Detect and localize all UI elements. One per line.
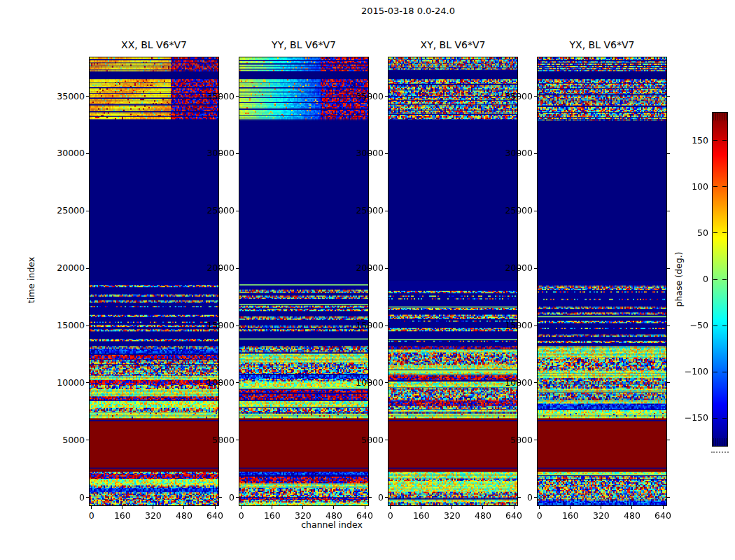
colorbar-tick-mark — [713, 326, 718, 326]
panel-title-yx: YX, BL V6*V7 — [538, 39, 666, 50]
x-tick-mark — [122, 506, 122, 509]
y-tick-label: 25000 — [498, 205, 533, 216]
x-tick-mark — [482, 506, 483, 509]
x-tick-mark — [390, 506, 391, 509]
y-tick-label: 0 — [349, 492, 384, 503]
x-tick-label: 480 — [318, 510, 349, 522]
y-axis-label: time index — [26, 257, 36, 303]
panel-title-yy: YY, BL V6*V7 — [239, 39, 368, 50]
y-tick-label: 35000 — [498, 91, 533, 102]
y-tick-mark — [86, 211, 89, 211]
y-tick-mark — [86, 497, 89, 498]
x-tick-label: 480 — [617, 510, 648, 522]
colorbar-tick-mark — [713, 186, 718, 187]
y-tick-mark — [385, 440, 388, 440]
y-tick-mark — [236, 326, 239, 326]
colorbar-tick-mark — [722, 140, 727, 141]
y-tick-label: 10000 — [498, 377, 533, 388]
colorbar-tick-mark — [722, 326, 727, 326]
x-tick-mark — [421, 506, 421, 509]
x-tick-label: 480 — [169, 510, 200, 522]
y-tick-mark — [385, 382, 388, 383]
y-tick-mark — [385, 268, 388, 269]
colorbar-tick-mark — [713, 232, 718, 233]
x-tick-label: 0 — [226, 510, 257, 522]
y-tick-mark — [86, 440, 89, 440]
colorbar-tick-mark — [713, 140, 718, 141]
y-tick-mark — [534, 96, 537, 97]
y-tick-mark — [236, 382, 239, 383]
colorbar-extend-dots — [711, 451, 729, 453]
y-tick-mark — [236, 440, 239, 440]
y-tick-mark — [236, 96, 239, 97]
colorbar-tick-mark — [713, 418, 718, 419]
colorbar-tick-mark — [722, 186, 727, 187]
y-tick-mark — [667, 153, 670, 154]
y-tick-label: 5000 — [50, 435, 85, 446]
x-tick-label: 160 — [257, 510, 288, 522]
y-tick-label: 5000 — [498, 435, 533, 446]
y-tick-label: 15000 — [498, 320, 533, 331]
y-tick-label: 30000 — [50, 148, 85, 159]
y-tick-mark — [534, 497, 537, 498]
x-tick-mark — [539, 506, 540, 509]
y-tick-label: 15000 — [50, 320, 85, 331]
x-tick-label: 640 — [349, 510, 380, 522]
colorbar-tick-label: −150 — [673, 412, 708, 424]
y-tick-mark — [385, 96, 388, 97]
y-tick-label: 35000 — [349, 91, 384, 102]
colorbar-tick-mark — [722, 232, 727, 233]
colorbar-tick-mark — [722, 372, 727, 372]
y-tick-mark — [667, 268, 670, 269]
y-tick-mark — [667, 211, 670, 211]
y-tick-mark — [534, 326, 537, 326]
x-tick-mark — [272, 506, 272, 509]
y-tick-label: 25000 — [50, 205, 85, 216]
y-tick-label: 15000 — [349, 320, 384, 331]
x-tick-label: 160 — [406, 510, 437, 522]
y-tick-mark — [86, 326, 89, 326]
panel-yx: YX, BL V6*V7 — [538, 57, 666, 505]
x-tick-mark — [215, 506, 216, 509]
y-tick-label: 15000 — [200, 320, 234, 331]
x-tick-label: 0 — [76, 510, 107, 522]
y-tick-mark — [385, 211, 388, 211]
colorbar-tick-mark — [713, 372, 718, 372]
y-tick-mark — [667, 96, 670, 97]
colorbar-tick-label: −100 — [673, 366, 708, 377]
x-tick-mark — [241, 506, 241, 509]
colorbar-tick-label: 150 — [673, 135, 708, 146]
x-tick-label: 640 — [648, 510, 678, 522]
colorbar-tick-mark — [713, 279, 718, 280]
x-tick-mark — [631, 506, 632, 509]
colorbar-tick-label: 50 — [673, 227, 708, 239]
x-tick-mark — [333, 506, 334, 509]
x-tick-mark — [153, 506, 153, 509]
y-tick-mark — [86, 382, 89, 383]
y-tick-mark — [667, 326, 670, 326]
y-tick-label: 20000 — [50, 262, 85, 274]
y-tick-label: 10000 — [50, 377, 85, 388]
y-tick-label: 0 — [498, 492, 533, 503]
heatmap-canvas-yx — [537, 57, 667, 506]
y-tick-mark — [86, 268, 89, 269]
x-tick-label: 160 — [107, 510, 138, 522]
y-tick-mark — [86, 96, 89, 97]
x-tick-mark — [365, 506, 365, 509]
y-tick-mark — [236, 268, 239, 269]
y-tick-label: 20000 — [498, 262, 533, 274]
x-tick-label: 320 — [138, 510, 169, 522]
y-tick-mark — [667, 382, 670, 383]
x-tick-mark — [601, 506, 601, 509]
y-tick-label: 20000 — [349, 262, 384, 274]
x-tick-label: 640 — [200, 510, 230, 522]
y-tick-label: 30000 — [498, 148, 533, 159]
y-tick-label: 25000 — [200, 205, 234, 216]
x-tick-label: 160 — [555, 510, 586, 522]
x-tick-mark — [514, 506, 514, 509]
y-tick-mark — [667, 497, 670, 498]
y-tick-mark — [385, 326, 388, 326]
x-tick-mark — [91, 506, 92, 509]
y-tick-mark — [385, 497, 388, 498]
y-tick-mark — [236, 153, 239, 154]
